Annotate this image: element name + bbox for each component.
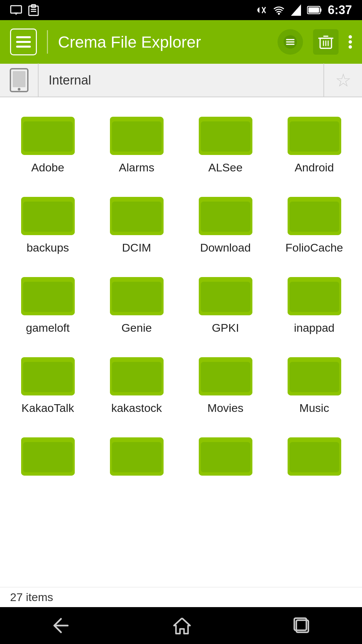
- folder-label: inappad: [294, 321, 335, 334]
- svg-rect-77: [23, 442, 73, 472]
- folder-icon: [288, 431, 341, 477]
- folder-label: Genie: [121, 321, 152, 334]
- folder-icon: [21, 191, 75, 236]
- folder-item[interactable]: Music: [270, 344, 359, 425]
- svg-rect-80: [112, 442, 162, 472]
- folder-item[interactable]: [270, 425, 359, 492]
- folder-icon: [288, 351, 341, 397]
- folder-icon: [21, 351, 75, 397]
- folder-item[interactable]: [92, 425, 181, 492]
- folder-item[interactable]: backups: [3, 184, 92, 264]
- item-count: 27 items: [10, 591, 53, 604]
- folder-icon: [288, 111, 341, 156]
- folder-grid: Adobe Alarms ALSee Android backups DCIM …: [0, 97, 362, 492]
- svg-rect-83: [201, 442, 250, 472]
- folder-label: Adobe: [31, 161, 64, 174]
- folder-item[interactable]: Download: [181, 184, 270, 264]
- folder-label: FolioCache: [286, 241, 343, 254]
- app-bar-actions: [278, 29, 352, 55]
- folder-item[interactable]: Alarms: [92, 104, 181, 184]
- folder-item[interactable]: gameloft: [3, 264, 92, 344]
- folder-label: Download: [200, 241, 251, 254]
- mute-icon: [255, 4, 267, 16]
- folder-icon: [199, 191, 252, 236]
- folder-label: Movies: [207, 401, 244, 415]
- app-bar: Crema File Explorer: [0, 20, 362, 64]
- home-button[interactable]: [159, 609, 205, 642]
- back-button[interactable]: [38, 610, 84, 641]
- wifi-icon: [273, 4, 285, 16]
- folder-item[interactable]: GPKI: [181, 264, 270, 344]
- folder-item[interactable]: DCIM: [92, 184, 181, 264]
- folder-label: GPKI: [212, 321, 239, 334]
- folder-item[interactable]: [181, 425, 270, 492]
- folder-item[interactable]: Android: [270, 104, 359, 184]
- folder-item[interactable]: [3, 425, 92, 492]
- status-bar-left-icons: [10, 4, 40, 16]
- svg-rect-35: [201, 121, 250, 152]
- app-title: Crema File Explorer: [58, 33, 271, 51]
- folder-icon: [288, 191, 341, 236]
- svg-rect-65: [23, 362, 73, 392]
- folder-item[interactable]: FolioCache: [270, 184, 359, 264]
- status-time: 6:37: [328, 3, 352, 17]
- folder-item[interactable]: KakaoTalk: [3, 344, 92, 425]
- hamburger-icon: [16, 36, 31, 48]
- folder-icon: [199, 351, 252, 397]
- svg-rect-38: [290, 121, 339, 152]
- folder-label: kakastock: [111, 401, 162, 415]
- svg-rect-32: [112, 121, 162, 152]
- status-bar-right-icons: 6:37: [255, 3, 352, 17]
- recents-button[interactable]: [280, 610, 324, 641]
- favorite-button[interactable]: ☆: [323, 63, 362, 97]
- folder-label: KakaoTalk: [21, 401, 74, 415]
- back-icon: [51, 617, 71, 634]
- folder-label: ALSee: [208, 161, 242, 174]
- folder-item[interactable]: inappad: [270, 264, 359, 344]
- svg-rect-86: [290, 442, 339, 472]
- svg-rect-13: [308, 7, 319, 13]
- battery-icon: [307, 5, 322, 15]
- folder-item[interactable]: Adobe: [3, 104, 92, 184]
- folder-label: Android: [295, 161, 334, 174]
- folder-icon: [21, 271, 75, 317]
- folder-icon: [288, 271, 341, 317]
- svg-rect-41: [23, 202, 73, 232]
- folder-label: DCIM: [122, 241, 151, 254]
- filter-icon: [283, 35, 297, 49]
- trash-icon: [317, 34, 334, 50]
- svg-point-26: [18, 88, 20, 91]
- folder-icon: [110, 191, 164, 236]
- menu-button[interactable]: [10, 29, 37, 55]
- folder-label: backups: [26, 241, 69, 254]
- trash-button[interactable]: [313, 29, 339, 55]
- bottom-status-bar: 27 items: [0, 587, 362, 607]
- folder-item[interactable]: kakastock: [92, 344, 181, 425]
- folder-icon: [110, 111, 164, 156]
- svg-rect-74: [290, 362, 339, 392]
- folder-item[interactable]: ALSee: [181, 104, 270, 184]
- folder-icon: [110, 431, 164, 477]
- tablet-icon: [9, 68, 29, 93]
- folder-icon: [110, 271, 164, 317]
- svg-rect-29: [23, 121, 73, 152]
- svg-rect-12: [320, 8, 321, 12]
- folder-label: gameloft: [26, 321, 69, 334]
- location-path: Internal: [39, 73, 323, 88]
- folder-item[interactable]: Genie: [92, 264, 181, 344]
- nav-bar: [0, 607, 362, 644]
- svg-rect-25: [13, 71, 25, 87]
- svg-rect-71: [201, 362, 250, 392]
- status-bar: 6:37: [0, 0, 362, 20]
- home-icon: [173, 616, 191, 635]
- filter-button[interactable]: [278, 29, 303, 55]
- folder-item[interactable]: Movies: [181, 344, 270, 425]
- svg-rect-50: [290, 202, 339, 232]
- folder-icon: [21, 111, 75, 156]
- svg-rect-59: [201, 282, 250, 312]
- signal-icon: [291, 4, 301, 16]
- more-button[interactable]: [349, 35, 352, 49]
- folder-icon: [199, 271, 252, 317]
- svg-rect-0: [11, 6, 21, 13]
- device-button[interactable]: [0, 63, 39, 97]
